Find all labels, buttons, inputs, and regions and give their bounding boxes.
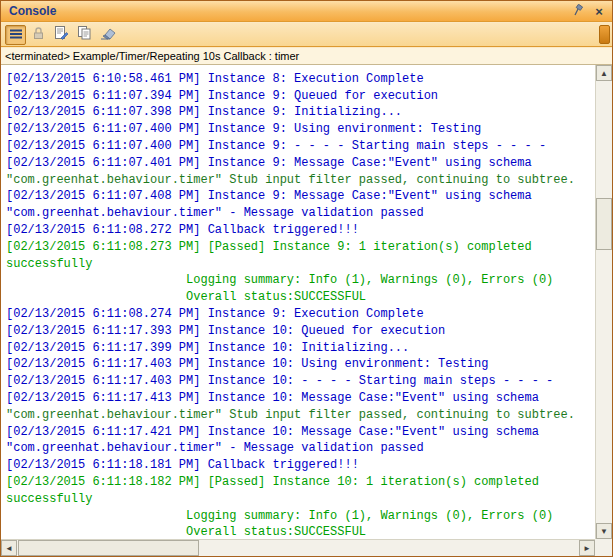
console-output: Overall status:SUCCESSFUL[02/13/2015 6:1… bbox=[1, 65, 595, 539]
pin-view-button[interactable] bbox=[571, 3, 587, 19]
console-line: [02/13/2015 6:11:17.421 PM] Instance 10:… bbox=[6, 424, 595, 441]
down-arrow-icon: ▼ bbox=[600, 527, 608, 536]
console-line: successfully bbox=[6, 256, 595, 273]
titlebar-buttons: × bbox=[571, 3, 612, 19]
scrollbar-corner bbox=[595, 539, 612, 556]
console-menu-button[interactable] bbox=[5, 25, 26, 45]
console-area: Overall status:SUCCESSFUL[02/13/2015 6:1… bbox=[1, 64, 612, 556]
console-line: [02/13/2015 6:11:17.413 PM] Instance 10:… bbox=[6, 390, 595, 407]
console-line: "com.greenhat.behaviour.timer" Stub inpu… bbox=[6, 172, 595, 189]
up-arrow-icon: ▲ bbox=[600, 69, 608, 78]
console-line: [02/13/2015 6:11:08.273 PM] [Passed] Ins… bbox=[6, 239, 595, 256]
console-line: [02/13/2015 6:11:07.400 PM] Instance 9: … bbox=[6, 138, 595, 155]
console-view-window: Console × bbox=[0, 0, 613, 557]
console-line: [02/13/2015 6:10:58.461 PM] Instance 8: … bbox=[6, 71, 595, 88]
console-line: [02/13/2015 6:11:17.403 PM] Instance 10:… bbox=[6, 373, 595, 390]
copy-icon bbox=[77, 25, 92, 44]
console-line: [02/13/2015 6:11:18.181 PM] Callback tri… bbox=[6, 457, 595, 474]
console-line: [02/13/2015 6:11:07.394 PM] Instance 9: … bbox=[6, 88, 595, 105]
scroll-lock-button[interactable] bbox=[28, 25, 49, 45]
horizontal-scrollbar[interactable]: ◄ ► bbox=[1, 539, 595, 556]
console-line: [02/13/2015 6:11:07.398 PM] Instance 9: … bbox=[6, 104, 595, 121]
toolbar-overflow-handle[interactable] bbox=[599, 25, 610, 44]
console-line: Logging summary: Info (1), Warnings (0),… bbox=[6, 272, 595, 289]
clear-console-button[interactable] bbox=[97, 25, 118, 45]
launch-status-label: <terminated> Example/Timer/Repeating 10s… bbox=[1, 48, 612, 64]
view-title: Console bbox=[1, 4, 56, 18]
console-line: [02/13/2015 6:11:17.403 PM] Instance 10:… bbox=[6, 356, 595, 373]
scroll-up-button[interactable]: ▲ bbox=[596, 65, 612, 81]
console-line: [02/13/2015 6:11:18.182 PM] [Passed] Ins… bbox=[6, 474, 595, 491]
lock-icon bbox=[32, 26, 45, 44]
scroll-down-button[interactable]: ▼ bbox=[596, 523, 612, 539]
console-viewport[interactable]: Overall status:SUCCESSFUL[02/13/2015 6:1… bbox=[1, 65, 595, 539]
console-line: [02/13/2015 6:11:07.408 PM] Instance 9: … bbox=[6, 188, 595, 205]
left-arrow-icon: ◄ bbox=[5, 544, 13, 553]
console-line: Overall status:SUCCESSFUL bbox=[6, 524, 595, 539]
console-line: Logging summary: Info (1), Warnings (0),… bbox=[6, 508, 595, 525]
vertical-scrollbar[interactable]: ▲ ▼ bbox=[595, 65, 612, 539]
pin-icon bbox=[573, 2, 585, 20]
console-line: successfully bbox=[6, 491, 595, 508]
console-line: Overall status:SUCCESSFUL bbox=[6, 289, 595, 306]
console-toolbar bbox=[1, 23, 612, 47]
close-icon: × bbox=[595, 5, 603, 18]
console-line: "com.greenhat.behaviour.timer" Stub inpu… bbox=[6, 407, 595, 424]
console-line: "com.greenhat.behaviour.timer" - Message… bbox=[6, 205, 595, 222]
titlebar: Console × bbox=[1, 1, 612, 22]
console-line: [02/13/2015 6:11:17.393 PM] Instance 10:… bbox=[6, 323, 595, 340]
copy-button[interactable] bbox=[74, 25, 95, 45]
console-line: [02/13/2015 6:11:08.274 PM] Instance 9: … bbox=[6, 306, 595, 323]
console-line: [02/13/2015 6:11:17.399 PM] Instance 10:… bbox=[6, 340, 595, 357]
console-line: [02/13/2015 6:11:07.400 PM] Instance 9: … bbox=[6, 121, 595, 138]
vertical-scroll-thumb[interactable] bbox=[596, 198, 612, 250]
horizontal-scroll-thumb[interactable] bbox=[18, 540, 199, 556]
eraser-icon bbox=[100, 26, 116, 44]
console-line: "com.greenhat.behaviour.timer" - Message… bbox=[6, 440, 595, 457]
menu-lines-icon bbox=[9, 26, 23, 44]
scroll-left-button[interactable]: ◄ bbox=[1, 540, 17, 556]
scroll-right-button[interactable]: ► bbox=[579, 540, 595, 556]
open-log-button[interactable] bbox=[51, 25, 72, 45]
right-arrow-icon: ► bbox=[583, 544, 591, 553]
console-line: [02/13/2015 6:11:08.272 PM] Callback tri… bbox=[6, 222, 595, 239]
console-line: [02/13/2015 6:11:07.401 PM] Instance 9: … bbox=[6, 155, 595, 172]
close-view-button[interactable]: × bbox=[591, 3, 607, 19]
page-pencil-icon bbox=[54, 25, 69, 44]
